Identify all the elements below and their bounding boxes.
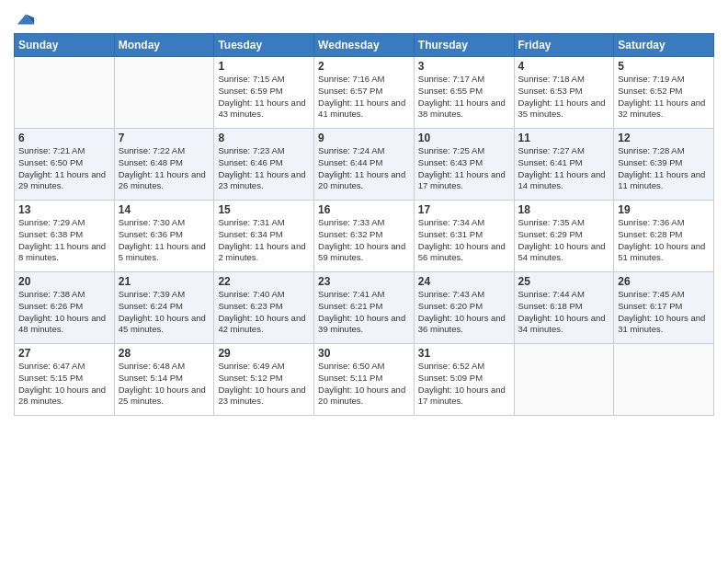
day-info: Sunrise: 7:15 AMSunset: 6:59 PMDaylight:…: [218, 74, 310, 121]
table-row: 2Sunrise: 7:16 AMSunset: 6:57 PMDaylight…: [314, 57, 415, 129]
day-info: Sunrise: 7:27 AMSunset: 6:41 PMDaylight:…: [518, 145, 610, 192]
calendar-table: Sunday Monday Tuesday Wednesday Thursday…: [14, 33, 714, 416]
day-number: 9: [318, 132, 410, 144]
table-row: [614, 344, 714, 416]
day-number: 5: [618, 60, 710, 73]
day-number: 29: [218, 347, 310, 360]
day-info: Sunrise: 7:23 AMSunset: 6:46 PMDaylight:…: [218, 145, 310, 192]
day-info: Sunrise: 7:34 AMSunset: 6:31 PMDaylight:…: [418, 217, 510, 264]
table-row: 10Sunrise: 7:25 AMSunset: 6:43 PMDayligh…: [414, 129, 514, 201]
table-row: 19Sunrise: 7:36 AMSunset: 6:28 PMDayligh…: [614, 201, 714, 272]
table-row: 22Sunrise: 7:40 AMSunset: 6:23 PMDayligh…: [214, 272, 314, 344]
table-row: 20Sunrise: 7:38 AMSunset: 6:26 PMDayligh…: [15, 272, 115, 344]
day-number: 13: [18, 203, 110, 216]
day-number: 24: [418, 275, 510, 288]
day-number: 4: [518, 60, 610, 73]
day-number: 20: [18, 275, 110, 288]
day-number: 21: [119, 275, 210, 288]
day-info: Sunrise: 7:41 AMSunset: 6:21 PMDaylight:…: [318, 289, 410, 336]
day-number: 26: [618, 275, 710, 288]
day-number: 17: [418, 203, 510, 216]
table-row: 31Sunrise: 6:52 AMSunset: 5:09 PMDayligh…: [414, 344, 514, 416]
table-row: 11Sunrise: 7:27 AMSunset: 6:41 PMDayligh…: [514, 129, 614, 201]
table-row: 21Sunrise: 7:39 AMSunset: 6:24 PMDayligh…: [114, 272, 214, 344]
day-info: Sunrise: 7:30 AMSunset: 6:36 PMDaylight:…: [119, 217, 210, 264]
col-tuesday: Tuesday: [214, 34, 314, 57]
day-info: Sunrise: 7:28 AMSunset: 6:39 PMDaylight:…: [618, 145, 710, 192]
day-info: Sunrise: 7:21 AMSunset: 6:50 PMDaylight:…: [18, 145, 110, 192]
calendar-week-row: 1Sunrise: 7:15 AMSunset: 6:59 PMDaylight…: [15, 57, 714, 129]
day-number: 23: [318, 275, 410, 288]
day-info: Sunrise: 6:50 AMSunset: 5:11 PMDaylight:…: [318, 361, 410, 408]
table-row: 16Sunrise: 7:33 AMSunset: 6:32 PMDayligh…: [314, 201, 415, 272]
table-row: 13Sunrise: 7:29 AMSunset: 6:38 PMDayligh…: [15, 201, 115, 272]
day-info: Sunrise: 7:38 AMSunset: 6:26 PMDaylight:…: [18, 289, 110, 336]
table-row: 1Sunrise: 7:15 AMSunset: 6:59 PMDaylight…: [214, 57, 314, 129]
day-number: 18: [518, 203, 610, 216]
table-row: 5Sunrise: 7:19 AMSunset: 6:52 PMDaylight…: [614, 57, 714, 129]
table-row: 8Sunrise: 7:23 AMSunset: 6:46 PMDaylight…: [214, 129, 314, 201]
day-number: 1: [218, 60, 310, 73]
day-info: Sunrise: 7:19 AMSunset: 6:52 PMDaylight:…: [618, 74, 710, 121]
col-thursday: Thursday: [414, 34, 514, 57]
calendar-week-row: 6Sunrise: 7:21 AMSunset: 6:50 PMDaylight…: [15, 129, 714, 201]
day-number: 12: [618, 132, 710, 144]
col-sunday: Sunday: [15, 34, 115, 57]
day-info: Sunrise: 7:18 AMSunset: 6:53 PMDaylight:…: [518, 74, 610, 121]
table-row: 12Sunrise: 7:28 AMSunset: 6:39 PMDayligh…: [614, 129, 714, 201]
day-number: 16: [318, 203, 410, 216]
table-row: 7Sunrise: 7:22 AMSunset: 6:48 PMDaylight…: [114, 129, 214, 201]
day-info: Sunrise: 7:16 AMSunset: 6:57 PMDaylight:…: [318, 74, 410, 121]
calendar-week-row: 20Sunrise: 7:38 AMSunset: 6:26 PMDayligh…: [15, 272, 714, 344]
day-info: Sunrise: 6:47 AMSunset: 5:15 PMDaylight:…: [18, 361, 110, 408]
day-number: 8: [218, 132, 310, 144]
day-info: Sunrise: 7:36 AMSunset: 6:28 PMDaylight:…: [618, 217, 710, 264]
day-number: 11: [518, 132, 610, 144]
day-info: Sunrise: 7:31 AMSunset: 6:34 PMDaylight:…: [218, 217, 310, 264]
day-number: 14: [119, 203, 210, 216]
table-row: 4Sunrise: 7:18 AMSunset: 6:53 PMDaylight…: [514, 57, 614, 129]
day-info: Sunrise: 7:45 AMSunset: 6:17 PMDaylight:…: [618, 289, 710, 336]
calendar-week-row: 13Sunrise: 7:29 AMSunset: 6:38 PMDayligh…: [15, 201, 714, 272]
table-row: 3Sunrise: 7:17 AMSunset: 6:55 PMDaylight…: [414, 57, 514, 129]
day-info: Sunrise: 6:52 AMSunset: 5:09 PMDaylight:…: [418, 361, 510, 408]
day-info: Sunrise: 6:48 AMSunset: 5:14 PMDaylight:…: [119, 361, 210, 408]
day-number: 25: [518, 275, 610, 288]
calendar-header-row: Sunday Monday Tuesday Wednesday Thursday…: [15, 34, 714, 57]
calendar-week-row: 27Sunrise: 6:47 AMSunset: 5:15 PMDayligh…: [15, 344, 714, 416]
table-row: 30Sunrise: 6:50 AMSunset: 5:11 PMDayligh…: [314, 344, 415, 416]
col-saturday: Saturday: [614, 34, 714, 57]
col-monday: Monday: [114, 34, 214, 57]
day-number: 31: [418, 347, 510, 360]
logo: [14, 9, 36, 26]
day-info: Sunrise: 7:40 AMSunset: 6:23 PMDaylight:…: [218, 289, 310, 336]
day-number: 22: [218, 275, 310, 288]
table-row: 17Sunrise: 7:34 AMSunset: 6:31 PMDayligh…: [414, 201, 514, 272]
day-info: Sunrise: 6:49 AMSunset: 5:12 PMDaylight:…: [218, 361, 310, 408]
table-row: 14Sunrise: 7:30 AMSunset: 6:36 PMDayligh…: [114, 201, 214, 272]
day-info: Sunrise: 7:33 AMSunset: 6:32 PMDaylight:…: [318, 217, 410, 264]
table-row: 28Sunrise: 6:48 AMSunset: 5:14 PMDayligh…: [114, 344, 214, 416]
day-info: Sunrise: 7:35 AMSunset: 6:29 PMDaylight:…: [518, 217, 610, 264]
table-row: 29Sunrise: 6:49 AMSunset: 5:12 PMDayligh…: [214, 344, 314, 416]
table-row: 6Sunrise: 7:21 AMSunset: 6:50 PMDaylight…: [15, 129, 115, 201]
day-info: Sunrise: 7:39 AMSunset: 6:24 PMDaylight:…: [119, 289, 210, 336]
day-info: Sunrise: 7:25 AMSunset: 6:43 PMDaylight:…: [418, 145, 510, 192]
day-info: Sunrise: 7:43 AMSunset: 6:20 PMDaylight:…: [418, 289, 510, 336]
page-header: [14, 9, 714, 26]
day-number: 15: [218, 203, 310, 216]
table-row: 26Sunrise: 7:45 AMSunset: 6:17 PMDayligh…: [614, 272, 714, 344]
table-row: 27Sunrise: 6:47 AMSunset: 5:15 PMDayligh…: [15, 344, 115, 416]
day-info: Sunrise: 7:24 AMSunset: 6:44 PMDaylight:…: [318, 145, 410, 192]
col-wednesday: Wednesday: [314, 34, 415, 57]
table-row: 9Sunrise: 7:24 AMSunset: 6:44 PMDaylight…: [314, 129, 415, 201]
table-row: 23Sunrise: 7:41 AMSunset: 6:21 PMDayligh…: [314, 272, 415, 344]
day-number: 28: [119, 347, 210, 360]
table-row: [114, 57, 214, 129]
table-row: 15Sunrise: 7:31 AMSunset: 6:34 PMDayligh…: [214, 201, 314, 272]
day-info: Sunrise: 7:44 AMSunset: 6:18 PMDaylight:…: [518, 289, 610, 336]
day-number: 19: [618, 203, 710, 216]
day-info: Sunrise: 7:29 AMSunset: 6:38 PMDaylight:…: [18, 217, 110, 264]
day-number: 2: [318, 60, 410, 73]
table-row: 18Sunrise: 7:35 AMSunset: 6:29 PMDayligh…: [514, 201, 614, 272]
